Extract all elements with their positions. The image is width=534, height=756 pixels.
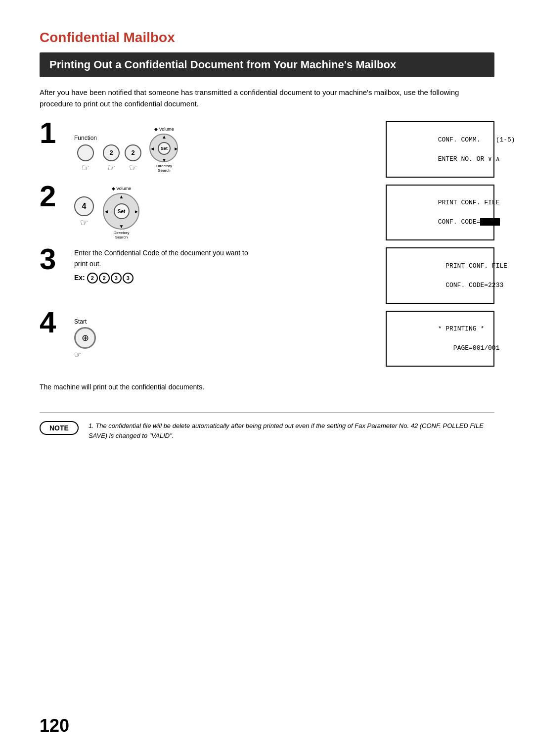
dir-search-label: DirectorySearch xyxy=(149,164,179,173)
ex-digit-2: 2 xyxy=(99,273,110,284)
step-3-instruction: Enter the Confidential Code of the docum… xyxy=(74,247,248,270)
function-circle xyxy=(77,144,94,161)
step-2-lcd: PRINT CONF. FILE CONF. CODE=████ xyxy=(386,185,494,241)
step2-nav-cluster: ◆ Volume Set ▲ ▼ ◄ ► DirectorySearch xyxy=(103,193,140,240)
step-3-display: PRINT CONF. FILE CONF. CODE=2233 xyxy=(386,247,494,304)
small-cluster: Set ▲ ▼ ◄ ► xyxy=(149,134,179,163)
step2-volume-label: ◆ Volume xyxy=(112,186,132,191)
key-2a: 2 ☞ xyxy=(103,144,120,173)
step-3-row: 3 Enter the Confidential Code of the doc… xyxy=(40,247,494,304)
step-2-lcd-line1: PRINT CONF. FILE xyxy=(438,199,500,206)
step-3-ex: Ex: 2 2 3 3 xyxy=(74,273,134,284)
ex-circles: 2 2 3 3 xyxy=(87,273,134,284)
step-1-diagram: Function ☞ 2 ☞ 2 xyxy=(74,126,366,173)
key-2b: 2 ☞ xyxy=(125,144,141,173)
finger-icon-4: ☞ xyxy=(80,217,88,228)
s2-down-arrow: ▼ xyxy=(119,224,124,229)
step-3-diagram: Enter the Confidential Code of the docum… xyxy=(74,247,366,284)
finger-icon-2a: ☞ xyxy=(107,162,115,173)
section-divider xyxy=(40,412,494,413)
ex-digit-1: 2 xyxy=(87,273,98,284)
volume-label: ◆ Volume xyxy=(154,127,174,132)
step1-nav-cluster: ◆ Volume Set ▲ ▼ ◄ ► Direct xyxy=(149,134,179,173)
step-3-number: 3 xyxy=(40,244,74,274)
step-3-lcd: PRINT CONF. FILE CONF. CODE=2233 xyxy=(386,247,494,304)
step-4-lcd-line1: * PRINTING * xyxy=(438,325,485,332)
step-4-diagram: Start ⊕ ☞ xyxy=(74,318,366,359)
step-4-content: Start ⊕ ☞ * PRINTING * PAGE=001/001 xyxy=(74,311,494,367)
function-key: ☞ xyxy=(77,144,94,173)
step-3-lcd-line1: PRINT CONF. FILE xyxy=(445,262,507,270)
section-title: Confidential Mailbox xyxy=(40,30,494,46)
step-1-content: Function ☞ 2 ☞ 2 xyxy=(74,121,494,178)
step-4-number: 4 xyxy=(40,308,74,337)
step-1-lcd-line1: CONF. COMM. (1-5) xyxy=(438,136,515,143)
steps-area: 1 Function ☞ 2 xyxy=(40,121,494,374)
start-button: ⊕ xyxy=(74,327,96,349)
nav-up-arrow: ▲ xyxy=(162,134,167,140)
step-3-content: Enter the Confidential Code of the docum… xyxy=(74,247,494,304)
section-header: Printing Out a Confidential Document fro… xyxy=(40,52,494,77)
nav-right-arrow: ► xyxy=(174,145,178,151)
note-badge: NOTE xyxy=(40,421,79,435)
step-1-lcd: CONF. COMM. (1-5) ENTER NO. OR ∨ ∧ xyxy=(386,121,494,178)
footer-text: The machine will print out the confident… xyxy=(40,381,494,392)
step-4-lcd: * PRINTING * PAGE=001/001 xyxy=(386,311,494,367)
s2-inner-set: Set xyxy=(114,203,130,219)
page: Confidential Mailbox Printing Out a Conf… xyxy=(0,0,534,756)
step-2-display: PRINT CONF. FILE CONF. CODE=████ xyxy=(386,185,494,241)
step2-inner-diagram: 4 ☞ ◆ Volume Set ▲ ▼ ◄ xyxy=(74,185,140,240)
note-section: NOTE 1. The confidential file will be de… xyxy=(40,421,494,440)
step-1-number: 1 xyxy=(40,118,74,148)
step-1-display: CONF. COMM. (1-5) ENTER NO. OR ∨ ∧ xyxy=(386,121,494,178)
step-1-row: 1 Function ☞ 2 xyxy=(40,121,494,178)
start-finger: ☞ xyxy=(74,350,81,359)
start-label: Start xyxy=(74,318,87,325)
note-text: 1. The confidential file will be delete … xyxy=(89,421,494,440)
key-2b-circle: 2 xyxy=(125,144,141,161)
ex-digit-3: 3 xyxy=(111,273,122,284)
step-4-lcd-line2: PAGE=001/001 xyxy=(438,344,500,352)
page-number: 120 xyxy=(40,715,69,736)
finger-icon-2b: ☞ xyxy=(129,162,137,173)
s2-dir-label: DirectorySearch xyxy=(103,231,140,240)
function-label: Function xyxy=(74,135,97,142)
s2-right-arrow: ► xyxy=(134,209,139,214)
step2-cluster: Set ▲ ▼ ◄ ► xyxy=(103,193,140,230)
key-4: 4 ☞ xyxy=(74,196,94,228)
step-2-content: 4 ☞ ◆ Volume Set ▲ ▼ ◄ xyxy=(74,185,494,241)
step-4-row: 4 Start ⊕ ☞ * PRINTING * PAGE=001/001 xyxy=(40,311,494,367)
step-2-lcd-line2: CONF. CODE=████ xyxy=(438,218,500,226)
step-3-inner: Enter the Confidential Code of the docum… xyxy=(74,247,494,304)
step-2-row: 2 4 ☞ ◆ Volume Set xyxy=(40,185,494,241)
key-2a-circle: 2 xyxy=(103,144,120,161)
nav-left-arrow: ◄ xyxy=(150,145,155,151)
step-2-diagram: 4 ☞ ◆ Volume Set ▲ ▼ ◄ xyxy=(74,185,366,240)
step1-function-group: Function ☞ 2 ☞ 2 xyxy=(74,126,179,173)
s2-up-arrow: ▲ xyxy=(119,194,124,199)
finger-icon-1: ☞ xyxy=(82,162,89,173)
intro-text: After you have been notified that someon… xyxy=(40,87,494,109)
s2-left-arrow: ◄ xyxy=(104,209,109,214)
step-1-lcd-line2: ENTER NO. OR ∨ ∧ xyxy=(438,155,500,163)
nav-down-arrow: ▼ xyxy=(162,157,167,163)
step-2-number: 2 xyxy=(40,182,74,211)
ex-digit-4: 3 xyxy=(123,273,134,284)
step-3-lcd-line2: CONF. CODE=2233 xyxy=(445,282,503,289)
step-4-display: * PRINTING * PAGE=001/001 xyxy=(386,311,494,367)
step4-start-group: Start ⊕ ☞ xyxy=(74,318,96,359)
small-inner-btn: Set xyxy=(158,142,171,155)
key-4-circle: 4 xyxy=(74,196,94,216)
ex-label: Ex: xyxy=(74,273,85,281)
